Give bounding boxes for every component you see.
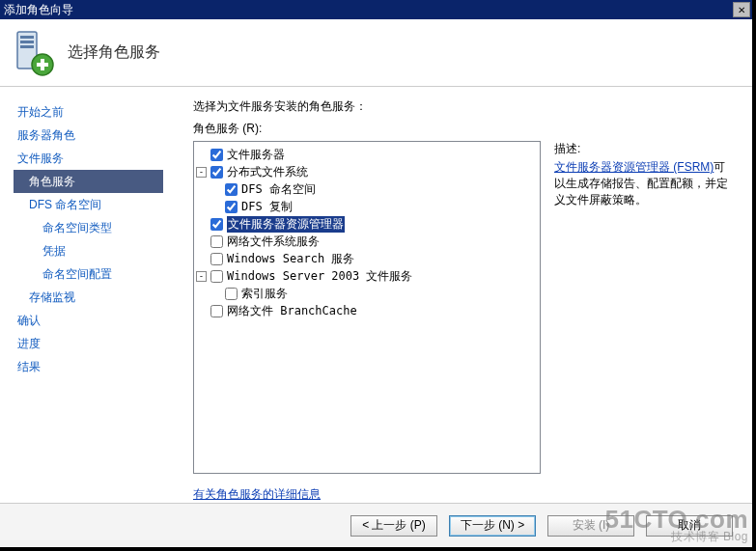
svg-rect-6 [37,63,48,67]
tree-checkbox[interactable] [225,288,238,300]
install-button: 安装 (I) [547,515,634,537]
title-bar: 添加角色向导 ✕ [0,0,752,19]
tree-item[interactable]: -分布式文件系统 [196,163,538,180]
content-pane: 选择为文件服务安装的角色服务： 角色服务 (R): 文件服务器-分布式文件系统D… [193,87,752,503]
collapse-icon[interactable]: - [196,271,207,282]
nav-sidebar: 开始之前服务器角色文件服务角色服务DFS 命名空间命名空间类型凭据命名空间配置存… [0,87,193,503]
tree-item-label: 文件服务器资源管理器 [227,216,345,233]
tree-item[interactable]: 网络文件系统服务 [196,233,538,250]
sidebar-item[interactable]: 确认 [14,309,193,332]
sidebar-item[interactable]: 服务器角色 [14,124,193,147]
tree-checkbox[interactable] [210,305,223,317]
tree-checkbox[interactable] [210,149,223,161]
close-button[interactable]: ✕ [733,2,750,17]
sidebar-item[interactable]: 进度 [14,332,193,355]
tree-item[interactable]: Windows Search 服务 [196,250,538,267]
instruction-text: 选择为文件服务安装的角色服务： [193,98,737,115]
sidebar-item[interactable]: 开始之前 [14,100,193,124]
sidebar-item[interactable]: DFS 命名空间 [14,193,193,216]
tree-checkbox[interactable] [210,218,223,231]
collapse-icon[interactable]: - [196,167,207,178]
svg-rect-3 [20,45,34,48]
previous-button[interactable]: < 上一步 (P) [350,515,437,537]
tree-item[interactable]: 文件服务器 [196,146,538,163]
server-wizard-icon [14,30,54,76]
description-link[interactable]: 文件服务器资源管理器 (FSRM) [554,160,714,174]
tree-item[interactable]: DFS 命名空间 [196,180,538,198]
tree-item-label: DFS 复制 [241,199,293,215]
tree-item-label: 索引服务 [241,286,288,302]
tree-item[interactable]: -Windows Server 2003 文件服务 [196,267,538,285]
sidebar-item[interactable]: 角色服务 [14,170,163,193]
tree-checkbox[interactable] [210,253,223,265]
sidebar-item[interactable]: 命名空间类型 [14,216,193,239]
tree-item[interactable]: 文件服务器资源管理器 [196,215,538,233]
sidebar-item[interactable]: 命名空间配置 [14,262,193,286]
cancel-button[interactable]: 取消 [646,515,733,537]
wizard-window: 添加角色向导 ✕ 选择角色服务 开始之前服务器角色文件服务角色服务DFS 命名空… [0,0,756,551]
more-info-link[interactable]: 有关角色服务的详细信息 [193,487,321,501]
role-services-tree[interactable]: 文件服务器-分布式文件系统DFS 命名空间DFS 复制文件服务器资源管理器网络文… [193,141,541,474]
tree-item-label: 分布式文件系统 [227,164,308,180]
tree-checkbox[interactable] [225,201,238,213]
svg-rect-2 [20,41,34,43]
tree-checkbox[interactable] [225,183,238,196]
tree-item-label: Windows Search 服务 [227,251,354,267]
tree-checkbox[interactable] [210,166,223,179]
role-services-label: 角色服务 (R): [193,121,737,137]
main-area: 开始之前服务器角色文件服务角色服务DFS 命名空间命名空间类型凭据命名空间配置存… [0,87,752,503]
tree-item-label: Windows Server 2003 文件服务 [227,268,413,285]
tree-item-label: DFS 命名空间 [241,181,316,198]
next-button[interactable]: 下一步 (N) > [449,515,536,537]
wizard-footer: < 上一步 (P) 下一步 (N) > 安装 (I) 取消 51CTO.com … [0,503,752,547]
tree-item[interactable]: 索引服务 [196,285,538,302]
sidebar-item[interactable]: 存储监视 [14,286,193,309]
window-title: 添加角色向导 [4,2,733,18]
tree-item-label: 网络文件系统服务 [227,234,320,250]
wizard-header: 选择角色服务 [0,19,752,87]
sidebar-item[interactable]: 文件服务 [14,147,193,170]
tree-item-label: 网络文件 BranchCache [227,303,357,319]
svg-rect-1 [20,36,34,39]
tree-checkbox[interactable] [210,235,223,248]
sidebar-item[interactable]: 凭据 [14,239,193,262]
page-title: 选择角色服务 [68,42,160,63]
description-panel: 描述: 文件服务器资源管理器 (FSRM)可以生成存储报告、配置配额，并定义文件… [541,141,737,477]
sidebar-item[interactable]: 结果 [14,355,193,378]
tree-item-label: 文件服务器 [227,147,285,163]
tree-item[interactable]: 网络文件 BranchCache [196,302,538,319]
tree-item[interactable]: DFS 复制 [196,198,538,215]
description-title: 描述: [554,141,737,157]
tree-checkbox[interactable] [210,270,223,283]
